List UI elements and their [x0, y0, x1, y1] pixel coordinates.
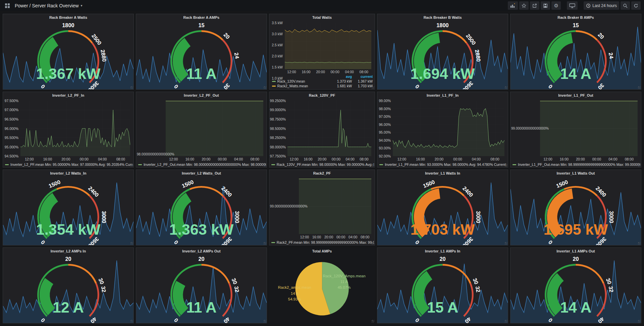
panel-title[interactable]: Rack Braker B AMPs: [511, 14, 641, 21]
legend-header-row: avgcurrent: [272, 74, 373, 79]
save-button[interactable]: [541, 1, 550, 10]
panel-title[interactable]: Rack2_PF: [269, 170, 375, 177]
panel-title[interactable]: Inverter_L1 AMPs In: [377, 248, 508, 254]
y-axis-label: 97.000%: [4, 108, 18, 112]
panel-title[interactable]: Inverter_L1 Watts In: [377, 170, 508, 177]
add-panel-button[interactable]: [508, 1, 518, 10]
cycle-view-button[interactable]: [567, 1, 578, 10]
panel-resize-handle[interactable]: [505, 164, 507, 167]
panel-title[interactable]: Inverter_L2_PF_In: [3, 92, 133, 99]
panel-resize-handle[interactable]: [372, 320, 374, 323]
legend-header[interactable]: avg: [331, 75, 352, 79]
panel-title[interactable]: Inverter_L2 Watts_Out: [136, 170, 267, 177]
panel-resize-handle[interactable]: [505, 86, 507, 89]
panel-title[interactable]: Rack Braker A AMPs: [136, 14, 267, 21]
panel-resize-handle[interactable]: [505, 320, 507, 323]
gauge-tick-label: 20: [440, 256, 446, 262]
panel-resize-handle[interactable]: [638, 242, 641, 245]
panel-inverter-l1-pf-in: Inverter_L1_PF_In99.00%98.00%97.00%96.00…: [377, 92, 508, 168]
panel-title[interactable]: Inverter_L1 AMPs Out: [511, 248, 641, 254]
panel-inverter-l2-watts-out: Inverter_L2 Watts_Out015002400300036001.…: [136, 170, 267, 245]
apps-menu-button[interactable]: [3, 2, 11, 10]
time-range-button[interactable]: Last 24 hours: [584, 1, 619, 10]
gauge-threshold-arc: [190, 187, 223, 196]
panel-resize-handle[interactable]: [264, 164, 266, 167]
settings-button[interactable]: ⚙: [551, 1, 561, 10]
panel-resize-handle[interactable]: [130, 320, 133, 323]
panel-inverter-l1-pf-out: Inverter_L1_PF_Out99.0000000000000000%12…: [510, 92, 641, 168]
y-axis-label: 98.7500%: [270, 117, 285, 121]
x-axis-label: 04:00: [234, 157, 243, 161]
gauge-body: 015002400300036001.363 kW: [136, 177, 267, 245]
gauge-tick-label: 0: [40, 83, 46, 90]
panel-resize-handle[interactable]: [638, 164, 641, 167]
y-axis-label: 94.00%: [378, 138, 391, 142]
panel-title[interactable]: Inverter_L2_PF_Out: [136, 92, 267, 99]
panel-title[interactable]: Inverter_L1_PF_In: [377, 92, 508, 99]
gauge-tick-label: 24: [608, 52, 615, 59]
gauge-tick-label: 1800: [436, 22, 448, 28]
legend-series-name[interactable]: Rack2_Watts.mean: [272, 84, 331, 88]
panel-title[interactable]: Total Watts: [269, 14, 375, 21]
dashboard-title[interactable]: Power / Server Rack Overview ▾: [15, 3, 83, 8]
legend[interactable]: Rack2_PF.mean Min: 98.999999999999999000…: [271, 240, 374, 244]
gauge-tick-label: 30: [98, 277, 106, 285]
panel-resize-handle[interactable]: [372, 86, 374, 89]
graph-body: 97.500%97.000%96.500%96.000%95.500%95.00…: [3, 99, 133, 167]
legend[interactable]: Inverter_L1_PF_Out.mean Min: 98.99999999…: [513, 162, 640, 167]
legend[interactable]: Inverter_L2_PF.mean Min: 95.00000% Max: …: [5, 162, 133, 167]
flat-series-area: [166, 101, 263, 156]
y-axis-label: 2.0 kW: [270, 54, 283, 58]
panel-resize-handle[interactable]: [130, 164, 133, 167]
legend[interactable]: Inverter_L1_PF.mean Min: 93.0000% Max: 9…: [379, 162, 507, 167]
panel-title[interactable]: Rack_120V_PF: [269, 92, 375, 99]
star-button[interactable]: [519, 1, 529, 10]
legend-series-name[interactable]: Rack_120V.mean: [272, 79, 331, 83]
panel-resize-handle[interactable]: [264, 242, 266, 245]
legend[interactable]: Inverter_L2_PF_Out.mean Min: 98.00000000…: [138, 162, 266, 167]
panel-title[interactable]: Rack Breaker A Watts: [3, 14, 133, 21]
plot-grid: [166, 101, 263, 156]
share-button[interactable]: [530, 1, 539, 10]
panel-title[interactable]: Inverter_L1 Watts Out: [511, 170, 641, 177]
legend-table: avgcurrentRack_120V.mean1.373 kW1.367 kW…: [272, 74, 373, 88]
panel-resize-handle[interactable]: [505, 242, 507, 245]
panel-resize-handle[interactable]: [264, 320, 266, 323]
star-icon: [522, 3, 526, 8]
panel-title[interactable]: Inverter_L2 AMPs Out: [136, 248, 267, 254]
panel-title[interactable]: Rack Breaker B Watts: [377, 14, 508, 21]
gauge-body: 015002400300036001.695 kW: [511, 177, 641, 245]
x-axis-label: 16:00: [304, 157, 312, 161]
legend-series-swatch: [379, 164, 383, 165]
gauge-tick-label: 20: [198, 256, 204, 262]
legend[interactable]: Rack_120V_PF.mean Min: 98.00000% Max: 99…: [271, 162, 374, 167]
gauge-value: 1.694 kW: [411, 65, 475, 82]
gauge-tick-label: 0: [547, 317, 553, 323]
gauge-threshold-arc: [201, 31, 222, 40]
panel-title[interactable]: Inverter_L1_PF_Out: [511, 92, 641, 99]
panel-resize-handle[interactable]: [130, 86, 133, 89]
panel-resize-handle[interactable]: [372, 164, 374, 167]
x-axis-label: 12:00: [397, 157, 406, 161]
panel-resize-handle[interactable]: [264, 86, 266, 89]
panel-resize-handle[interactable]: [638, 320, 641, 323]
zoom-out-button[interactable]: [621, 1, 630, 10]
panel-title[interactable]: Total AMPs: [269, 248, 375, 254]
panel-title[interactable]: Inverter_L2 AMPs In: [3, 248, 133, 254]
gauge-tick-label: 0: [547, 239, 553, 245]
x-axis-label: 08:00: [360, 70, 368, 74]
gauge: 015002400300036001.363 kW: [136, 177, 267, 245]
panel-title[interactable]: Inverter_L2 Watts_In: [3, 170, 133, 177]
gauge: 018002500288036001.367 kW: [3, 21, 133, 89]
gauge-tick-label: 30: [222, 82, 231, 90]
graph-body: 98.0000000000000000%12:0016:0020:0000:00…: [136, 99, 267, 167]
panel-resize-handle[interactable]: [638, 86, 641, 89]
panel-resize-handle[interactable]: [372, 242, 374, 245]
legend-series-label: Rack2_Watts.mean: [277, 84, 308, 88]
legend-header[interactable]: current: [352, 75, 373, 79]
refresh-button[interactable]: [631, 1, 641, 10]
panel-resize-handle[interactable]: [130, 242, 133, 245]
gauge-threshold-arc: [223, 283, 231, 316]
gauge-body: 02030324014 A: [511, 254, 641, 323]
gauge-threshold-arc: [223, 40, 231, 83]
